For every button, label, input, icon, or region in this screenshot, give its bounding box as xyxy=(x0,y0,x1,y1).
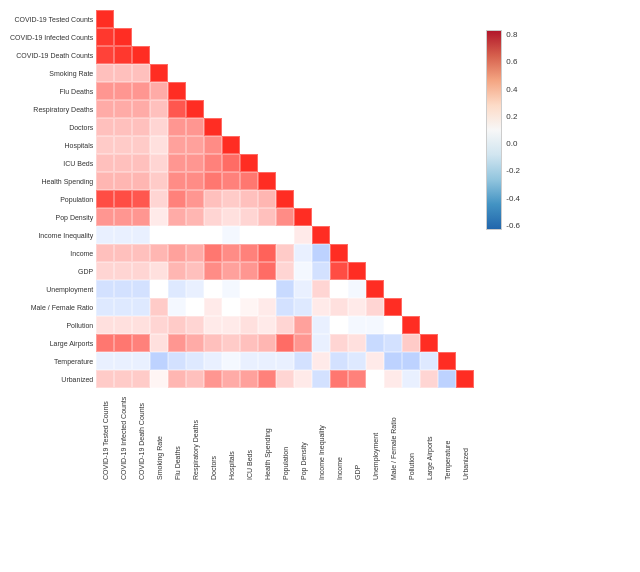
heatmap-cell xyxy=(276,64,294,82)
heatmap-cell xyxy=(240,370,258,388)
heatmap-cell xyxy=(186,172,204,190)
heatmap-cell xyxy=(294,28,312,46)
row-label: Respiratory Deaths xyxy=(10,100,96,118)
heatmap-cell xyxy=(258,172,276,190)
col-label-wrapper: COVID-19 Infected Counts xyxy=(114,390,132,480)
heatmap-cell xyxy=(258,244,276,262)
heatmap-cell xyxy=(132,262,150,280)
col-label: Doctors xyxy=(210,390,217,480)
heatmap-cell xyxy=(132,82,150,100)
heatmap-cell xyxy=(366,46,384,64)
heatmap-cell xyxy=(186,100,204,118)
heatmap-cell xyxy=(366,244,384,262)
heatmap-cell xyxy=(240,352,258,370)
heatmap-cell xyxy=(438,262,456,280)
heatmap-cell xyxy=(294,190,312,208)
heatmap-cell xyxy=(132,118,150,136)
heatmap-cell xyxy=(168,28,186,46)
heatmap-cell xyxy=(150,370,168,388)
grid-row xyxy=(96,352,474,370)
heatmap-cell xyxy=(150,136,168,154)
heatmap-cell xyxy=(366,190,384,208)
heatmap-cell xyxy=(294,370,312,388)
heatmap-cell xyxy=(222,10,240,28)
heatmap-cell xyxy=(276,280,294,298)
col-label: Respiratory Deaths xyxy=(192,390,199,480)
heatmap-cell xyxy=(204,10,222,28)
heatmap-cell xyxy=(204,190,222,208)
heatmap-cell xyxy=(420,280,438,298)
grid-row xyxy=(96,316,474,334)
heatmap-cell xyxy=(330,226,348,244)
heatmap-cell xyxy=(168,46,186,64)
heatmap-cell xyxy=(330,82,348,100)
heatmap-cell xyxy=(420,28,438,46)
heatmap-cell xyxy=(204,370,222,388)
heatmap-cell xyxy=(294,352,312,370)
col-label-wrapper: Income xyxy=(330,390,348,480)
heatmap-cell xyxy=(420,154,438,172)
heatmap-cell xyxy=(168,154,186,172)
heatmap-cell xyxy=(402,190,420,208)
heatmap-cell xyxy=(402,82,420,100)
grid-row xyxy=(96,100,474,118)
heatmap-cell xyxy=(258,82,276,100)
heatmap-cell xyxy=(222,118,240,136)
heatmap-cell xyxy=(366,316,384,334)
heatmap-cell xyxy=(96,100,114,118)
heatmap-cell xyxy=(258,64,276,82)
heatmap-cell xyxy=(186,280,204,298)
col-label-wrapper: Urbanized xyxy=(456,390,474,480)
grid-and-col-labels: COVID-19 Tested CountsCOVID-19 Infected … xyxy=(96,10,474,480)
heatmap-cell xyxy=(186,208,204,226)
heatmap-cell xyxy=(294,334,312,352)
heatmap-cell xyxy=(276,172,294,190)
heatmap-cell xyxy=(168,82,186,100)
heatmap-cell xyxy=(312,352,330,370)
heatmap-cell xyxy=(168,64,186,82)
heatmap-cell xyxy=(186,370,204,388)
heatmap-cell xyxy=(438,298,456,316)
col-label: Temperature xyxy=(444,390,451,480)
col-label: Income Inequality xyxy=(318,390,325,480)
grid-row xyxy=(96,136,474,154)
heatmap-cell xyxy=(366,172,384,190)
heatmap-cell xyxy=(132,370,150,388)
heatmap-cell xyxy=(240,154,258,172)
colorbar-tick-label: -0.2 xyxy=(506,166,520,175)
heatmap-cell xyxy=(150,82,168,100)
col-label-wrapper: Temperature xyxy=(438,390,456,480)
heatmap-cell xyxy=(330,100,348,118)
heatmap-cell xyxy=(438,316,456,334)
heatmap-cell xyxy=(402,370,420,388)
heatmap-cell xyxy=(96,298,114,316)
heatmap-cell xyxy=(276,298,294,316)
heatmap-cell xyxy=(384,136,402,154)
heatmap-cell xyxy=(402,172,420,190)
heatmap-cell xyxy=(204,100,222,118)
heatmap-cell xyxy=(114,262,132,280)
heatmap-cell xyxy=(204,244,222,262)
heatmap-cell xyxy=(276,118,294,136)
heatmap-cell xyxy=(132,100,150,118)
heatmap-cell xyxy=(96,64,114,82)
heatmap-cell xyxy=(330,10,348,28)
heatmap-cell xyxy=(96,226,114,244)
heatmap-cell xyxy=(366,118,384,136)
heatmap-cell xyxy=(168,226,186,244)
heatmap-cell xyxy=(150,118,168,136)
heatmap-cell xyxy=(312,46,330,64)
heatmap-cell xyxy=(330,208,348,226)
heatmap-cell xyxy=(348,136,366,154)
heatmap-cell xyxy=(204,208,222,226)
heatmap-cell xyxy=(276,208,294,226)
heatmap-cell xyxy=(294,244,312,262)
heatmap-cell xyxy=(168,172,186,190)
heatmap-cell xyxy=(348,334,366,352)
heatmap-cell xyxy=(204,64,222,82)
heatmap-cell xyxy=(276,100,294,118)
heatmap-cell xyxy=(420,352,438,370)
heatmap-cell xyxy=(96,172,114,190)
heatmap-cell xyxy=(348,100,366,118)
col-labels: COVID-19 Tested CountsCOVID-19 Infected … xyxy=(96,390,474,480)
